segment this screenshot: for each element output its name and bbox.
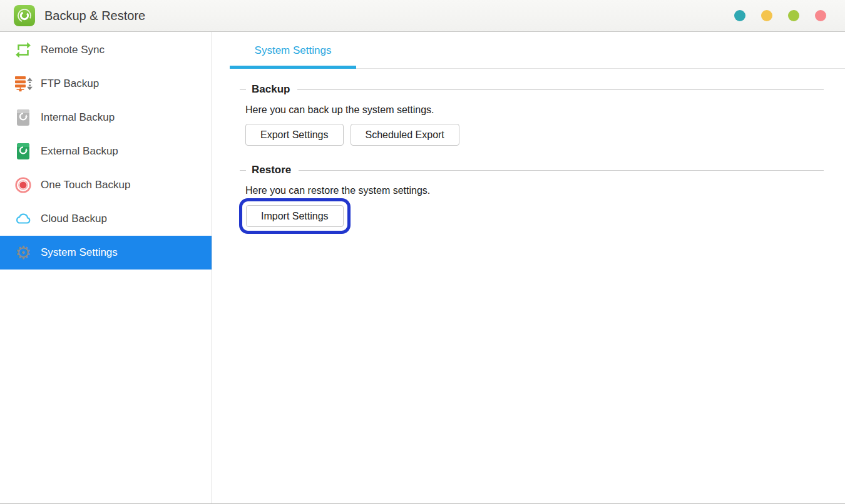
legend-line xyxy=(297,89,824,90)
sidebar-item-label: System Settings xyxy=(41,246,118,259)
ftp-backup-icon xyxy=(13,74,33,94)
backup-section-title: Backup xyxy=(252,83,290,96)
green-dot[interactable] xyxy=(788,10,799,21)
backup-restore-app-icon xyxy=(14,5,35,26)
active-tab-underline xyxy=(230,66,356,69)
pink-dot[interactable] xyxy=(815,10,826,21)
main-panel: System Settings Backup Here you can back… xyxy=(212,32,845,503)
window-controls xyxy=(734,10,826,21)
backup-buttons-row: Export Settings Scheduled Export xyxy=(245,124,824,146)
sidebar-item-remote-sync[interactable]: Remote Sync xyxy=(0,33,212,67)
app-title: Backup & Restore xyxy=(44,9,145,23)
restore-section-header: Restore xyxy=(240,164,824,176)
app-window: Backup & Restore Remote Sync xyxy=(0,0,845,504)
system-settings-icon: ⚙ xyxy=(13,243,33,263)
export-settings-button[interactable]: Export Settings xyxy=(245,124,344,146)
remote-sync-icon xyxy=(13,40,33,60)
teal-dot[interactable] xyxy=(734,10,745,21)
sidebar-item-ftp-backup[interactable]: FTP Backup xyxy=(0,67,212,101)
sidebar-item-external-backup[interactable]: External Backup xyxy=(0,134,212,168)
sidebar-item-cloud-backup[interactable]: Cloud Backup xyxy=(0,202,212,236)
legend-dash xyxy=(240,89,246,90)
title-bar: Backup & Restore xyxy=(0,0,845,32)
sidebar-item-one-touch-backup[interactable]: One Touch Backup xyxy=(0,168,212,202)
backup-section: Backup Here you can back up the system s… xyxy=(240,83,824,146)
sidebar: Remote Sync xyxy=(0,32,212,503)
legend-dash xyxy=(240,170,246,171)
legend-line xyxy=(299,170,824,171)
tab-system-settings[interactable]: System Settings xyxy=(230,44,356,57)
external-backup-icon xyxy=(13,141,33,161)
sidebar-item-label: Cloud Backup xyxy=(41,213,107,225)
one-touch-backup-icon xyxy=(13,175,33,195)
cloud-backup-icon xyxy=(13,209,33,229)
import-settings-button[interactable]: Import Settings xyxy=(246,205,344,227)
sidebar-item-label: Internal Backup xyxy=(41,111,115,124)
restore-section-title: Restore xyxy=(252,164,291,176)
sidebar-item-label: One Touch Backup xyxy=(41,179,130,191)
scheduled-export-button[interactable]: Scheduled Export xyxy=(351,124,459,146)
yellow-dot[interactable] xyxy=(761,10,772,21)
backup-section-header: Backup xyxy=(240,83,824,96)
sidebar-item-label: External Backup xyxy=(41,145,118,158)
highlight-ring: Import Settings xyxy=(239,198,351,234)
sidebar-item-system-settings[interactable]: ⚙ System Settings xyxy=(0,236,212,270)
tab-bar: System Settings xyxy=(212,32,845,69)
backup-description: Here you can back up the system settings… xyxy=(245,104,824,116)
restore-section: Restore Here you can restore the system … xyxy=(240,164,824,234)
sidebar-item-label: FTP Backup xyxy=(41,78,99,90)
restore-description: Here you can restore the system settings… xyxy=(245,185,824,196)
sidebar-item-label: Remote Sync xyxy=(41,44,105,56)
internal-backup-icon xyxy=(13,108,33,128)
sidebar-item-internal-backup[interactable]: Internal Backup xyxy=(0,101,212,134)
